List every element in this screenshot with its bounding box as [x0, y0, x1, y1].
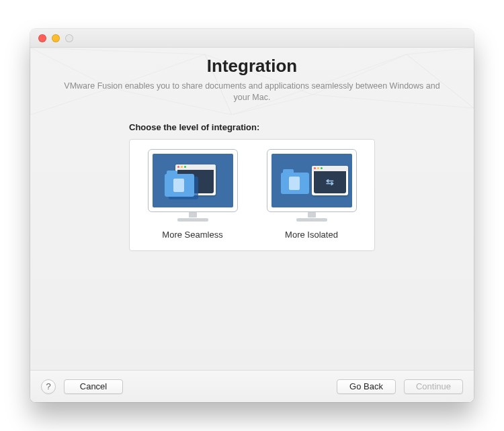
minimize-icon[interactable]	[52, 34, 60, 42]
titlebar[interactable]	[30, 29, 474, 48]
go-back-button[interactable]: Go Back	[337, 379, 396, 394]
content: Choose the level of integration: More Se…	[30, 109, 474, 370]
option-label: More Isolated	[259, 230, 364, 240]
continue-button: Continue	[404, 379, 463, 394]
cancel-button[interactable]: Cancel	[64, 379, 123, 394]
footer: ? Cancel Go Back Continue	[30, 370, 474, 402]
monitor-icon	[148, 149, 238, 222]
dialog-window: Integration VMware Fusion enables you to…	[30, 29, 474, 402]
choose-label: Choose the level of integration:	[129, 122, 447, 132]
header: Integration VMware Fusion enables you to…	[30, 48, 474, 109]
option-more-seamless[interactable]: More Seamless	[140, 149, 245, 240]
zoom-icon	[65, 34, 73, 42]
option-more-isolated[interactable]: ⇆ More Isolated	[259, 149, 364, 240]
close-icon[interactable]	[38, 34, 46, 42]
swap-icon: ⇆	[326, 177, 334, 187]
option-label: More Seamless	[140, 230, 245, 240]
page-title: Integration	[57, 56, 447, 77]
page-subtitle: VMware Fusion enables you to share docum…	[64, 81, 440, 103]
monitor-icon: ⇆	[267, 149, 357, 222]
integration-options: More Seamless ⇆ More Isolated	[129, 139, 375, 251]
help-button[interactable]: ?	[41, 379, 56, 394]
